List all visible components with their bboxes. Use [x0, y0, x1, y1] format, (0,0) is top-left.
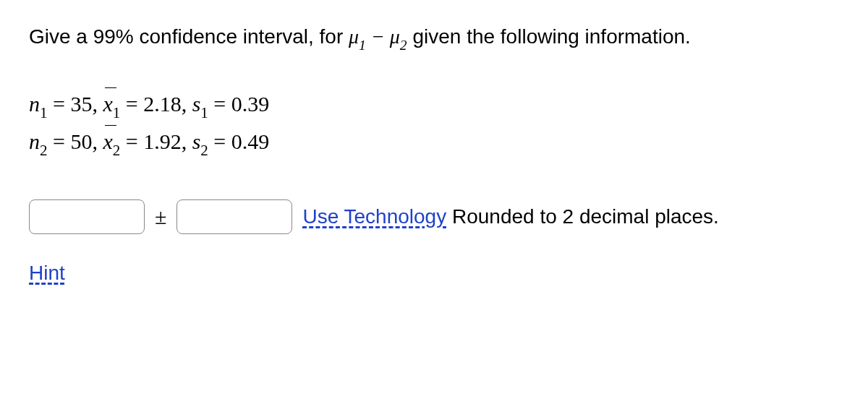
- xbar2-sub: 2: [113, 142, 121, 159]
- n1-value: 35: [70, 92, 92, 116]
- prompt-post: given the following information.: [407, 25, 691, 48]
- sep: ,: [92, 129, 103, 153]
- sample-1-data: n1 = 35, x1 = 2.18, s1 = 0.39: [29, 87, 839, 124]
- s1-value: 0.39: [231, 92, 270, 116]
- mu2-symbol: μ: [390, 25, 400, 48]
- s1-sub: 1: [200, 104, 208, 121]
- xbar2-label: x: [103, 124, 112, 159]
- sep: ,: [182, 129, 192, 153]
- sample-2-data: n2 = 50, x2 = 1.92, s2 = 0.49: [29, 124, 839, 162]
- xbar1-value: 2.18: [143, 92, 182, 116]
- mu1-subscript: 1: [359, 38, 366, 53]
- eq: =: [120, 129, 143, 153]
- n2-value: 50: [70, 129, 92, 153]
- s1-label: s: [192, 92, 201, 116]
- xbar1-label: x: [103, 87, 112, 121]
- given-data: n1 = 35, x1 = 2.18, s1 = 0.39 n2 = 50, x…: [29, 87, 839, 161]
- xbar2-value: 1.92: [143, 129, 182, 153]
- sep: ,: [92, 92, 103, 116]
- sep: ,: [182, 92, 192, 116]
- point-estimate-input[interactable]: [29, 199, 145, 234]
- answer-row: ± Use Technology Rounded to 2 decimal pl…: [29, 197, 839, 236]
- n2-sub: 2: [40, 142, 48, 159]
- eq: =: [208, 92, 231, 116]
- mu1-symbol: μ: [349, 25, 359, 48]
- s2-value: 0.49: [231, 129, 270, 153]
- question-prompt: Give a 99% confidence interval, for μ1 −…: [29, 22, 839, 54]
- prompt-pre: Give a 99% confidence interval, for: [29, 25, 349, 48]
- n1-sub: 1: [40, 104, 48, 121]
- hint-link[interactable]: Hint: [29, 262, 65, 284]
- use-technology-link[interactable]: Use Technology: [302, 205, 446, 228]
- eq: =: [208, 129, 231, 153]
- mu2-subscript: 2: [400, 38, 407, 53]
- n1-label: n: [29, 92, 40, 116]
- plus-minus-symbol: ±: [155, 197, 166, 236]
- eq: =: [48, 129, 71, 153]
- eq: =: [48, 92, 71, 116]
- margin-error-input[interactable]: [176, 199, 292, 234]
- minus-sign: −: [366, 25, 390, 48]
- s2-label: s: [192, 129, 201, 153]
- rounded-text: Rounded to 2 decimal places.: [446, 205, 719, 228]
- n2-label: n: [29, 129, 40, 153]
- s2-sub: 2: [200, 142, 208, 159]
- eq: =: [120, 92, 143, 116]
- hint-row: Hint: [29, 262, 839, 285]
- xbar1-sub: 1: [113, 104, 121, 121]
